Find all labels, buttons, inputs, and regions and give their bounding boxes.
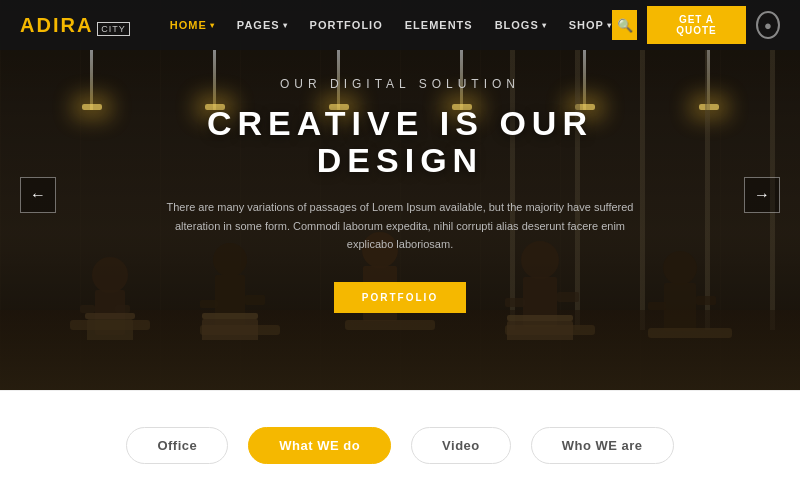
nav-actions: 🔍 GET A QUOTE ● bbox=[612, 6, 780, 44]
tab-who-we-are[interactable]: Who WE are bbox=[531, 427, 674, 464]
tab-office[interactable]: Office bbox=[126, 427, 228, 464]
hero-cta-button[interactable]: PORTFOLIO bbox=[334, 282, 466, 313]
tabs-section: Office What WE do Video Who WE are bbox=[0, 390, 800, 500]
arrow-left-icon: ← bbox=[30, 186, 46, 204]
nav-pages[interactable]: PAGES ▾ bbox=[237, 19, 288, 31]
user-icon[interactable]: ● bbox=[756, 11, 780, 39]
hero-content: OUR DIGITAL SOLUTION CREATIVE IS OUR DES… bbox=[0, 0, 800, 390]
nav-blogs[interactable]: BLOGS ▾ bbox=[495, 19, 547, 31]
next-slide-button[interactable]: → bbox=[744, 177, 780, 213]
nav-home[interactable]: HOME ▾ bbox=[170, 19, 215, 31]
search-icon: 🔍 bbox=[617, 18, 633, 33]
logo[interactable]: ADIRA CITY bbox=[20, 14, 130, 37]
logo-suffix: CITY bbox=[97, 22, 130, 36]
nav-links: HOME ▾ PAGES ▾ PORTFOLIO ELEMENTS BLOGS … bbox=[170, 19, 612, 31]
hero-description: There are many variations of passages of… bbox=[160, 198, 640, 254]
navbar: ADIRA CITY HOME ▾ PAGES ▾ PORTFOLIO ELEM… bbox=[0, 0, 800, 50]
search-button[interactable]: 🔍 bbox=[612, 10, 637, 40]
nav-portfolio[interactable]: PORTFOLIO bbox=[310, 19, 383, 31]
get-quote-button[interactable]: GET A QUOTE bbox=[647, 6, 746, 44]
tab-what-we-do[interactable]: What WE do bbox=[248, 427, 391, 464]
hero-subtitle: OUR DIGITAL SOLUTION bbox=[280, 77, 520, 91]
nav-shop[interactable]: SHOP ▾ bbox=[569, 19, 612, 31]
nav-elements[interactable]: ELEMENTS bbox=[405, 19, 473, 31]
prev-slide-button[interactable]: ← bbox=[20, 177, 56, 213]
chevron-down-icon: ▾ bbox=[283, 21, 288, 30]
hero-section: OUR DIGITAL SOLUTION CREATIVE IS OUR DES… bbox=[0, 0, 800, 390]
logo-name: ADIRA bbox=[20, 14, 93, 37]
tab-video[interactable]: Video bbox=[411, 427, 511, 464]
arrow-right-icon: → bbox=[754, 186, 770, 204]
hero-title: CREATIVE IS OUR DESIGN bbox=[120, 105, 680, 180]
chevron-down-icon: ▾ bbox=[542, 21, 547, 30]
chevron-down-icon: ▾ bbox=[210, 21, 215, 30]
